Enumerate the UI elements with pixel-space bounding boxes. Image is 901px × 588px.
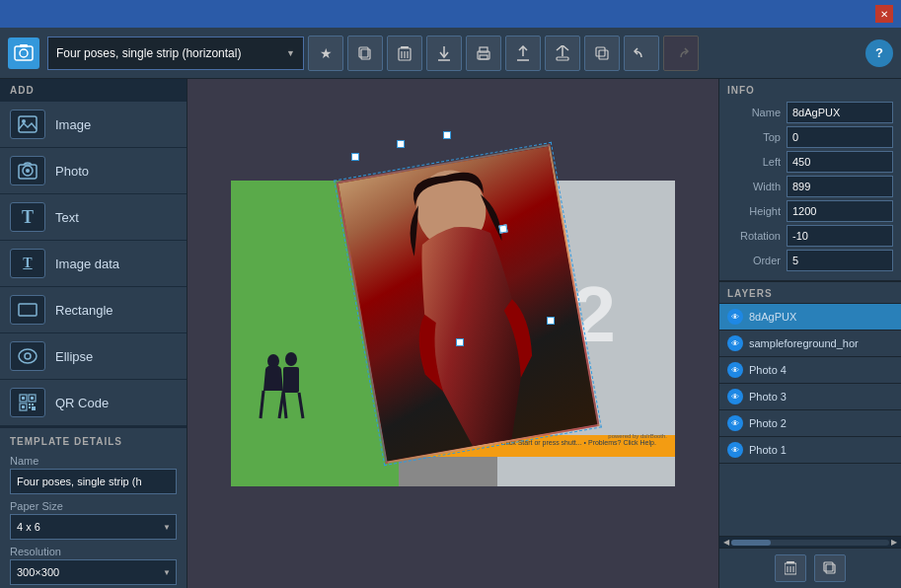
layer-item-4[interactable]: 👁 Photo 2 (719, 410, 901, 437)
upload-button[interactable] (545, 36, 580, 71)
layer-name-3: Photo 3 (749, 391, 893, 403)
info-top-value[interactable]: 0 (787, 126, 893, 148)
resolution-select[interactable]: 300×300 150×150 72×72 (10, 559, 177, 585)
scroll-thumb[interactable] (731, 540, 771, 546)
add-qr-code-label: QR Code (55, 396, 109, 410)
template-selector[interactable]: Four poses, single strip (horizontal) ▼ (47, 37, 304, 70)
svg-rect-38 (32, 406, 36, 410)
info-row-left: Left 450 (727, 151, 893, 173)
selection-handle-tm[interactable] (397, 140, 405, 148)
layer-eye-0[interactable]: 👁 (727, 309, 743, 325)
canvas-area: 2 (188, 79, 718, 588)
paper-size-select[interactable]: 4 x 6 3 x 5 5 x 7 (10, 514, 177, 540)
scroll-left-arrow[interactable]: ◀ (721, 538, 731, 547)
delete-button[interactable] (387, 36, 422, 71)
add-image-data-label: Image data (55, 257, 119, 271)
add-photo-button[interactable]: Photo (0, 148, 187, 194)
left-panel: ADD Image Photo T Text T Image data (0, 79, 188, 588)
download-button[interactable] (426, 36, 462, 71)
svg-point-28 (25, 353, 31, 359)
add-image-button[interactable]: Image (0, 102, 187, 148)
print-button[interactable] (466, 36, 501, 71)
info-width-label: Width (727, 181, 787, 192)
add-text-label: Text (55, 210, 79, 225)
layer-eye-3[interactable]: 👁 (727, 389, 743, 404)
layer-item-3[interactable]: 👁 Photo 3 (719, 384, 901, 410)
scroll-track[interactable] (731, 540, 889, 546)
rectangle-icon (10, 295, 45, 325)
svg-point-42 (285, 352, 297, 366)
layer-item-0[interactable]: 👁 8dAgPUX (719, 304, 901, 331)
close-button[interactable]: ✕ (875, 5, 893, 23)
name-field-label: Name (10, 455, 177, 467)
add-ellipse-button[interactable]: Ellipse (0, 333, 187, 380)
layers-title: LAYERS (719, 282, 901, 304)
selection-handle-mr[interactable] (498, 224, 507, 233)
svg-line-44 (279, 393, 283, 418)
info-name-label: Name (727, 107, 787, 118)
name-input[interactable] (10, 469, 177, 494)
selection-handle-br[interactable] (547, 317, 555, 325)
right-panel: INFO Name 8dAgPUX Top 0 Left 450 Width 8… (718, 79, 901, 588)
export-button[interactable] (505, 36, 541, 71)
info-left-value[interactable]: 450 (787, 151, 893, 173)
svg-rect-19 (599, 50, 608, 59)
layer-eye-2[interactable]: 👁 (727, 362, 743, 378)
add-qr-code-button[interactable]: QR Code (0, 380, 187, 426)
add-section-title: ADD (0, 79, 187, 102)
info-top-label: Top (727, 131, 787, 143)
copy-button[interactable] (347, 36, 383, 71)
ellipse-icon (10, 341, 45, 371)
main-layout: ADD Image Photo T Text T Image data (0, 79, 901, 588)
svg-rect-37 (29, 406, 31, 408)
info-rotation-value[interactable]: -10 (787, 225, 893, 247)
layer-item-5[interactable]: 👁 Photo 1 (719, 437, 901, 464)
app-logo (8, 37, 39, 69)
info-height-value[interactable]: 1200 (787, 200, 893, 222)
template-details-title: TEMPLATE DETAILS (10, 436, 177, 447)
resolution-label: Resolution (10, 546, 177, 557)
info-row-name: Name 8dAgPUX (727, 102, 893, 123)
svg-rect-26 (19, 304, 37, 316)
layer-eye-4[interactable]: 👁 (727, 415, 743, 431)
layers-scrollbar: ◀ ▶ (719, 536, 901, 548)
info-order-label: Order (727, 255, 787, 266)
info-order-value[interactable]: 5 (787, 250, 893, 271)
add-image-label: Image (55, 117, 91, 132)
scroll-right-arrow[interactable]: ▶ (889, 538, 899, 547)
layer-eye-1[interactable]: 👁 (727, 335, 743, 351)
add-text-button[interactable]: T Text (0, 194, 187, 241)
info-name-value[interactable]: 8dAgPUX (787, 102, 893, 123)
layer-item-2[interactable]: 👁 Photo 4 (719, 357, 901, 384)
info-row-height: Height 1200 (727, 200, 893, 222)
powered-by: powered by dslrBooth. (608, 433, 667, 439)
layer-copy-button[interactable] (814, 554, 846, 582)
layer-item-1[interactable]: 👁 sampleforeground_hor (719, 331, 901, 357)
svg-rect-14 (480, 55, 488, 59)
redo-button[interactable] (663, 36, 699, 71)
info-title: INFO (727, 85, 893, 96)
selection-handle-tr[interactable] (443, 131, 451, 139)
duplicate-button[interactable] (584, 36, 620, 71)
layer-eye-5[interactable]: 👁 (727, 442, 743, 458)
layer-name-4: Photo 2 (749, 417, 893, 429)
info-row-order: Order 5 (727, 250, 893, 271)
title-bar: ✕ (0, 0, 901, 28)
layer-delete-button[interactable] (775, 554, 806, 582)
add-rectangle-button[interactable]: Rectangle (0, 287, 187, 333)
add-photo-label: Photo (55, 164, 89, 179)
image-icon (10, 110, 45, 139)
undo-button[interactable] (624, 36, 659, 71)
add-image-data-button[interactable]: T Image data (0, 241, 187, 287)
favorite-button[interactable]: ★ (308, 36, 343, 71)
svg-line-45 (299, 393, 303, 418)
qr-code-icon (10, 388, 45, 417)
paper-size-label: Paper Size (10, 500, 177, 512)
selection-handle-tl[interactable] (351, 153, 359, 161)
photo-icon (10, 156, 45, 185)
help-button[interactable]: ? (865, 39, 893, 67)
paper-size-wrapper: 4 x 6 3 x 5 5 x 7 (10, 514, 177, 540)
selection-handle-bl[interactable] (456, 338, 464, 346)
info-width-value[interactable]: 899 (787, 176, 893, 197)
add-rectangle-label: Rectangle (55, 303, 113, 318)
